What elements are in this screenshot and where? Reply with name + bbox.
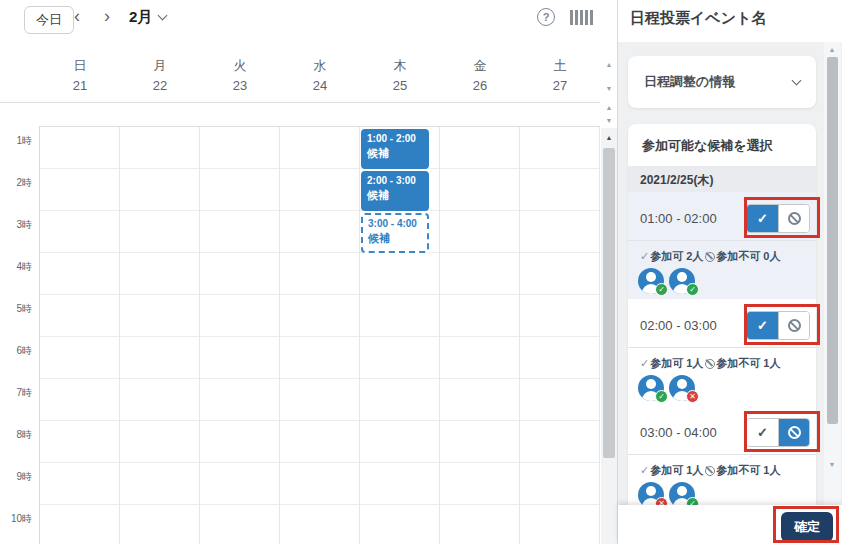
event-time: 3:00 - 4:00 [368, 218, 422, 229]
slot-time: 02:00 - 03:00 [640, 318, 717, 333]
ok-badge-icon: ✓ [655, 283, 668, 296]
ok-badge-icon: ✓ [686, 283, 699, 296]
vote-toggle: ✓ [746, 311, 810, 340]
month-selector[interactable]: 2月 [129, 8, 166, 27]
scrollbar-thumb[interactable] [603, 148, 615, 458]
weekday-label: 金 [474, 58, 487, 73]
day-header-mon[interactable]: 月22 [120, 57, 200, 93]
allday-row[interactable] [0, 102, 600, 126]
vote-ok-button[interactable]: ✓ [747, 419, 778, 446]
slot-time: 03:00 - 04:00 [640, 425, 717, 440]
weekday-label: 木 [394, 58, 407, 73]
today-button[interactable]: 今日 [24, 6, 74, 34]
scrollbar-thumb[interactable] [827, 57, 838, 424]
vote-ok-button[interactable]: ✓ [747, 312, 778, 339]
schedule-info-label: 日程調整の情報 [644, 73, 735, 91]
candidate-slot-2: 02:00 - 03:00 ✓ ✓参加可1人参加不可1人 ✓ ✕ [628, 299, 816, 406]
calendar-grid[interactable] [40, 126, 600, 544]
day-header-tue[interactable]: 火23 [200, 57, 280, 93]
day-number: 22 [120, 78, 200, 93]
scroll-down-icon[interactable]: ▼ [824, 460, 840, 470]
ok-count: 1人 [686, 356, 703, 371]
prohibit-icon [705, 466, 715, 476]
check-icon: ✓ [757, 425, 768, 440]
next-week-icon[interactable]: › [104, 4, 110, 28]
day-header-wed[interactable]: 水24 [280, 57, 360, 93]
scroll-down-icon[interactable]: ▼ [601, 84, 617, 94]
day-header-thu[interactable]: 木25 [360, 57, 440, 93]
vote-toggle: ✓ [746, 418, 810, 447]
chevron-down-icon [792, 75, 802, 85]
calendar-event-candidate-1[interactable]: 1:00 - 2:00 候補 [361, 129, 429, 169]
prev-week-icon[interactable]: ‹ [74, 4, 80, 28]
time-gutter: 1時 2時 3時 4時 5時 6時 7時 8時 9時 10時 [0, 126, 40, 544]
day-number: 21 [40, 78, 120, 93]
ng-count: 1人 [763, 356, 780, 371]
confirm-button[interactable]: 確定 [781, 512, 833, 542]
scroll-up-icon[interactable]: ▲ [824, 45, 840, 55]
date-header: 2021/2/25(木) [628, 166, 816, 192]
participant-avatar: ✓ [638, 375, 664, 401]
vote-ng-button[interactable] [778, 419, 809, 446]
vote-ng-button[interactable] [778, 312, 809, 339]
section-title: 参加可能な候補を選択 [628, 124, 816, 166]
scheduling-app: 今日 ‹ › 2月 ? 日21 月22 火23 水24 木25 金26 土27 … [0, 0, 842, 544]
hour-label: 1時 [16, 134, 32, 148]
ok-count: 1人 [686, 463, 703, 478]
scroll-up-icon[interactable]: ▲ [601, 103, 617, 113]
weekday-label: 火 [234, 58, 247, 73]
calendar-scrollbar[interactable]: ▲ [601, 128, 617, 544]
ok-label: 参加可 [650, 463, 683, 478]
hour-label: 5時 [16, 302, 32, 316]
day-header-fri[interactable]: 金26 [440, 57, 520, 93]
participant-avatar: ✓ [638, 268, 664, 294]
vote-ok-button[interactable]: ✓ [747, 205, 778, 232]
hour-label: 6時 [16, 344, 32, 358]
panel-body: 日程調整の情報 参加可能な候補を選択 2021/2/25(木) 01:00 - … [618, 42, 842, 505]
vote-stats: ✓参加可1人参加不可1人 [640, 463, 780, 478]
divider [628, 347, 816, 348]
ng-label: 参加不可 [716, 249, 760, 264]
calendar-event-candidate-3[interactable]: 3:00 - 4:00 候補 [361, 213, 429, 253]
check-icon: ✓ [640, 357, 649, 370]
participant-avatar: ✕ [669, 375, 695, 401]
day-header-sat[interactable]: 土27 [520, 57, 600, 93]
help-icon[interactable]: ? [537, 8, 555, 26]
vote-stats: ✓参加可2人参加不可0人 [640, 249, 780, 264]
week-view-icon[interactable] [570, 10, 593, 25]
scroll-up-icon[interactable]: ▲ [601, 133, 617, 143]
check-icon: ✓ [640, 464, 649, 477]
event-label: 候補 [367, 146, 423, 161]
scroll-down-icon[interactable]: ▼ [601, 116, 617, 126]
vote-toggle: ✓ [746, 204, 810, 233]
weekday-label: 水 [314, 58, 327, 73]
weekday-label: 月 [154, 58, 167, 73]
hour-label: 7時 [16, 386, 32, 400]
hour-label: 8時 [16, 428, 32, 442]
vote-stats: ✓参加可1人参加不可1人 [640, 356, 780, 371]
vote-ng-button[interactable] [778, 205, 809, 232]
prohibit-icon [788, 319, 801, 332]
prohibit-icon [788, 212, 801, 225]
ng-badge-icon: ✕ [686, 390, 699, 403]
hour-label: 9時 [16, 470, 32, 484]
calendar-event-candidate-2[interactable]: 2:00 - 3:00 候補 [361, 171, 429, 211]
participant-avatars: ✓ ✓ [638, 268, 700, 294]
prohibit-icon [705, 252, 715, 262]
day-number: 23 [200, 78, 280, 93]
scroll-up-icon[interactable]: ▲ [601, 60, 617, 70]
panel-scrollbar[interactable]: ▲ ▼ [824, 42, 841, 505]
day-number: 25 [360, 78, 440, 93]
weekday-label: 土 [554, 58, 567, 73]
schedule-info-card[interactable]: 日程調整の情報 [628, 56, 816, 108]
panel-footer: 確定 [618, 505, 842, 544]
ng-label: 参加不可 [716, 463, 760, 478]
day-number: 27 [520, 78, 600, 93]
ok-count: 2人 [686, 249, 703, 264]
slot-time: 01:00 - 02:00 [640, 211, 717, 226]
day-header-sun[interactable]: 日21 [40, 57, 120, 93]
participant-avatars: ✓ ✕ [638, 375, 700, 401]
prohibit-icon [705, 359, 715, 369]
hour-label: 2時 [16, 176, 32, 190]
ng-count: 1人 [763, 463, 780, 478]
